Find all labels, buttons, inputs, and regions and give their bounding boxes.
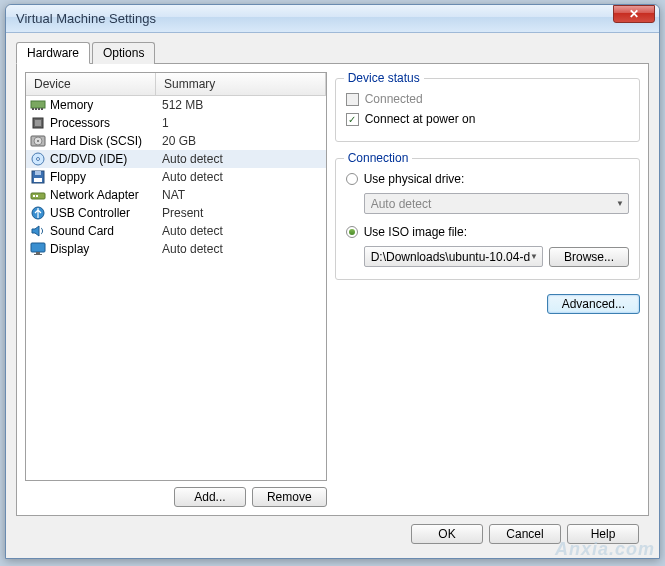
device-status-legend: Device status xyxy=(344,71,424,85)
ok-button[interactable]: OK xyxy=(411,524,483,544)
svg-rect-0 xyxy=(31,101,45,108)
cpu-icon xyxy=(30,115,46,131)
device-row-cd[interactable]: CD/DVD (IDE)Auto detect xyxy=(26,150,326,168)
svg-rect-4 xyxy=(41,108,43,110)
tab-panel: Device Summary Memory512 MBProcessors1Ha… xyxy=(16,63,649,516)
svg-rect-17 xyxy=(36,195,38,197)
tab-hardware[interactable]: Hardware xyxy=(16,42,90,64)
poweron-checkbox[interactable]: ✓ xyxy=(346,113,359,126)
device-name: USB Controller xyxy=(50,206,156,220)
device-name: Hard Disk (SCSI) xyxy=(50,134,156,148)
chevron-down-icon: ▼ xyxy=(530,252,538,261)
device-name: CD/DVD (IDE) xyxy=(50,152,156,166)
device-row-usb[interactable]: USB ControllerPresent xyxy=(26,204,326,222)
iso-radio[interactable] xyxy=(346,226,358,238)
tab-options[interactable]: Options xyxy=(92,42,155,64)
display-icon xyxy=(30,241,46,257)
svg-rect-20 xyxy=(36,252,40,254)
device-name: Network Adapter xyxy=(50,188,156,202)
device-summary: 512 MB xyxy=(156,98,322,112)
physical-row: Use physical drive: xyxy=(346,169,629,189)
usb-icon xyxy=(30,205,46,221)
device-summary: Auto detect xyxy=(156,170,322,184)
poweron-row: ✓ Connect at power on xyxy=(346,109,629,129)
device-summary: NAT xyxy=(156,188,322,202)
iso-combo-row: D:\Downloads\ubuntu-10.04-d ▼ Browse... xyxy=(364,246,629,267)
svg-rect-21 xyxy=(34,254,42,255)
svg-rect-19 xyxy=(31,243,45,252)
help-button[interactable]: Help xyxy=(567,524,639,544)
cancel-button[interactable]: Cancel xyxy=(489,524,561,544)
device-summary: Auto detect xyxy=(156,224,322,238)
svg-rect-2 xyxy=(35,108,37,110)
device-row-sound[interactable]: Sound CardAuto detect xyxy=(26,222,326,240)
chevron-down-icon: ▼ xyxy=(616,199,624,208)
device-name: Processors xyxy=(50,116,156,130)
device-summary: 1 xyxy=(156,116,322,130)
browse-button[interactable]: Browse... xyxy=(549,247,629,267)
device-list[interactable]: Device Summary Memory512 MBProcessors1Ha… xyxy=(25,72,327,481)
titlebar[interactable]: Virtual Machine Settings ✕ xyxy=(6,5,659,33)
connected-label: Connected xyxy=(365,92,423,106)
advanced-button[interactable]: Advanced... xyxy=(547,294,640,314)
iso-path-combo[interactable]: D:\Downloads\ubuntu-10.04-d ▼ xyxy=(364,246,543,267)
device-name: Floppy xyxy=(50,170,156,184)
device-row-cpu[interactable]: Processors1 xyxy=(26,114,326,132)
device-row-floppy[interactable]: FloppyAuto detect xyxy=(26,168,326,186)
iso-label: Use ISO image file: xyxy=(364,225,467,239)
physical-radio[interactable] xyxy=(346,173,358,185)
device-row-memory[interactable]: Memory512 MB xyxy=(26,96,326,114)
svg-rect-16 xyxy=(33,195,35,197)
list-header: Device Summary xyxy=(26,73,326,96)
connected-checkbox xyxy=(346,93,359,106)
settings-window: Virtual Machine Settings ✕ Hardware Opti… xyxy=(5,4,660,559)
device-name: Display xyxy=(50,242,156,256)
device-summary: Present xyxy=(156,206,322,220)
device-row-display[interactable]: DisplayAuto detect xyxy=(26,240,326,258)
physical-combo-row: Auto detect ▼ xyxy=(364,193,629,214)
cd-icon xyxy=(30,151,46,167)
device-row-hdd[interactable]: Hard Disk (SCSI)20 GB xyxy=(26,132,326,150)
close-button[interactable]: ✕ xyxy=(613,5,655,23)
close-icon: ✕ xyxy=(629,7,639,21)
add-button[interactable]: Add... xyxy=(174,487,246,507)
svg-rect-13 xyxy=(35,171,41,175)
content-area: Hardware Options Device Summary Memory51… xyxy=(6,33,659,558)
device-buttons: Add... Remove xyxy=(25,481,327,507)
iso-path-value: D:\Downloads\ubuntu-10.04-d xyxy=(371,250,530,264)
connected-row: Connected xyxy=(346,89,629,109)
iso-row: Use ISO image file: xyxy=(346,222,629,242)
physical-drive-combo: Auto detect ▼ xyxy=(364,193,629,214)
left-pane: Device Summary Memory512 MBProcessors1Ha… xyxy=(25,72,327,507)
connection-legend: Connection xyxy=(344,151,413,165)
device-name: Sound Card xyxy=(50,224,156,238)
poweron-label: Connect at power on xyxy=(365,112,476,126)
device-summary: 20 GB xyxy=(156,134,322,148)
connection-group: Connection Use physical drive: Auto dete… xyxy=(335,158,640,280)
device-status-group: Device status Connected ✓ Connect at pow… xyxy=(335,78,640,142)
floppy-icon xyxy=(30,169,46,185)
svg-rect-1 xyxy=(32,108,34,110)
device-summary: Auto detect xyxy=(156,152,322,166)
right-pane: Device status Connected ✓ Connect at pow… xyxy=(335,72,640,507)
col-summary[interactable]: Summary xyxy=(156,73,326,95)
memory-icon xyxy=(30,97,46,113)
window-title: Virtual Machine Settings xyxy=(16,11,613,26)
hdd-icon xyxy=(30,133,46,149)
col-device[interactable]: Device xyxy=(26,73,156,95)
device-summary: Auto detect xyxy=(156,242,322,256)
net-icon xyxy=(30,187,46,203)
remove-button[interactable]: Remove xyxy=(252,487,327,507)
advanced-row: Advanced... xyxy=(335,294,640,314)
sound-icon xyxy=(30,223,46,239)
svg-rect-3 xyxy=(38,108,40,110)
dialog-buttons: OK Cancel Help xyxy=(16,516,649,548)
physical-drive-value: Auto detect xyxy=(371,197,616,211)
device-name: Memory xyxy=(50,98,156,112)
device-row-net[interactable]: Network AdapterNAT xyxy=(26,186,326,204)
svg-point-11 xyxy=(37,158,40,161)
svg-rect-14 xyxy=(34,178,42,182)
tab-strip: Hardware Options xyxy=(16,42,649,64)
svg-point-9 xyxy=(37,140,39,142)
physical-label: Use physical drive: xyxy=(364,172,465,186)
